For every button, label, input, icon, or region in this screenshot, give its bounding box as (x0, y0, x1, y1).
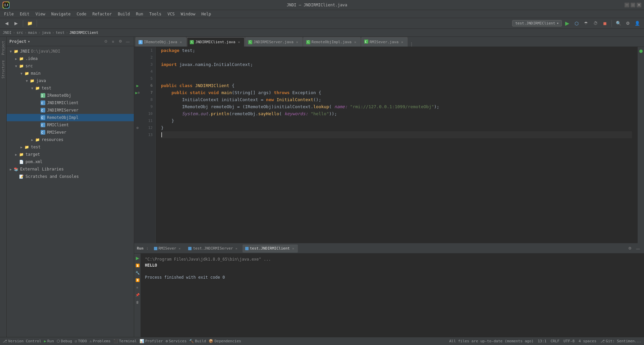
menu-view[interactable]: View (33, 11, 48, 17)
menu-edit[interactable]: Edit (17, 11, 32, 17)
recent-files-button[interactable]: 📁 (26, 19, 34, 27)
run-lines-btn[interactable]: ≡ (135, 284, 141, 290)
tree-item-target[interactable]: ▶ 📁 target (7, 151, 134, 158)
tree-item-remoteobjimpl[interactable]: ▶ C RemoteObjImpl (7, 114, 134, 121)
vcs-status-item[interactable]: ⎇ Version Control (3, 339, 41, 343)
menu-help[interactable]: Help (199, 11, 214, 17)
breadcrumb-java[interactable]: java (42, 30, 51, 35)
run-tab-jndirmiclient[interactable]: test.JNDIRMIClient ✕ (243, 245, 298, 253)
maximize-button[interactable]: □ (631, 3, 635, 7)
gutter-line-7[interactable]: ▶⊙ (134, 89, 141, 96)
menu-code[interactable]: Code (74, 11, 89, 17)
debug-button[interactable]: ⬡ (573, 19, 581, 27)
tree-item-src[interactable]: ▼ 📁 src (7, 62, 134, 70)
run-tab-close-jndirmiserver[interactable]: ✕ (234, 247, 238, 251)
menu-tools[interactable]: Tools (147, 11, 164, 17)
tree-item-jndirmiserver[interactable]: ▶ C JNDIRMIServer (7, 107, 134, 114)
run-wrench-btn[interactable]: 🔧 (135, 270, 141, 276)
profiler-status-item[interactable]: 📊 Profiler (140, 339, 163, 343)
position-status-item[interactable]: 13:1 (538, 339, 547, 343)
panel-scroll-to-btn[interactable]: ⊙ (102, 38, 109, 45)
breadcrumb-test[interactable]: test (56, 30, 65, 35)
panel-settings-btn[interactable]: ⚙ (117, 38, 124, 45)
run-config-selector[interactable]: test.JNDIRMIClient ▾ (512, 20, 562, 26)
run-tab-close-jndirmiclient[interactable]: ✕ (291, 247, 295, 251)
run-arrow-6[interactable]: ▶ (136, 83, 139, 88)
encoding-status-item[interactable]: UTF-8 (564, 339, 575, 343)
line-sep-status-item[interactable]: CRLF (550, 339, 559, 343)
tree-item-iremoteobj[interactable]: ▶ I IRemoteObj (7, 92, 134, 99)
run-stop-btn[interactable]: ⏫ (135, 262, 141, 268)
panel-hide-btn[interactable]: — (124, 38, 131, 45)
menu-vcs[interactable]: VCS (165, 11, 177, 17)
tree-item-main[interactable]: ▼ 📁 main (7, 70, 134, 77)
tab-remoteobjimpl[interactable]: C RemoteObjImpl.java ✕ (303, 37, 361, 47)
tree-item-test-folder[interactable]: ▼ 📁 test (7, 84, 134, 92)
problems-status-item[interactable]: ⚠ Problems (90, 339, 111, 343)
panel-collapse-btn[interactable]: ≡ (110, 38, 116, 45)
bottom-settings-btn[interactable]: ⚙ (627, 245, 633, 252)
menu-build[interactable]: Build (115, 11, 132, 17)
tree-item-pomxml[interactable]: ▶ 📄 pom.xml (7, 158, 134, 165)
dependencies-status-item[interactable]: 📦 Dependencies (209, 339, 241, 343)
menu-navigate[interactable]: Navigate (49, 11, 73, 17)
minimize-button[interactable]: ─ (625, 3, 629, 7)
run-tab-rmisever[interactable]: RMISever ✕ (151, 245, 184, 253)
tree-item-jndi[interactable]: ▼ 📁 JNDI D:\java\JNDI (7, 48, 134, 55)
tree-item-java[interactable]: ▼ 📁 java (7, 77, 134, 84)
menu-refactor[interactable]: Refactor (90, 11, 114, 17)
tab-jndirmiserver[interactable]: C JNDIRMIServer.java ✕ (245, 37, 303, 47)
menu-run[interactable]: Run (133, 11, 146, 17)
close-button[interactable]: ✕ (637, 3, 641, 7)
tab-iremoteobj[interactable]: I IRemoteObj.java ✕ (136, 37, 186, 47)
search-button[interactable]: 🔍 (614, 19, 623, 27)
tab-close-jndirmiclient[interactable]: ✕ (237, 40, 241, 45)
tab-close-remoteobjimpl[interactable]: ✕ (353, 40, 358, 45)
todo-status-item[interactable]: ☑ TODO (75, 339, 87, 343)
tab-close-iremoteobj[interactable]: ✕ (178, 40, 183, 45)
user-button[interactable]: 👤 (633, 19, 641, 27)
run-status-item[interactable]: ▶ Run (44, 339, 54, 343)
run-play-btn[interactable]: ▶ (135, 255, 141, 261)
breadcrumb-main[interactable]: main (28, 30, 37, 35)
structure-sidebar-label[interactable]: Structure (1, 58, 6, 81)
tab-close-jndirmiserver[interactable]: ✕ (295, 40, 300, 45)
indent-status-item[interactable]: 4 spaces (579, 339, 596, 343)
settings-button[interactable]: ⚙ (624, 19, 632, 27)
menu-window[interactable]: Window (178, 11, 198, 17)
run-arrow-7[interactable]: ▶ (135, 90, 138, 95)
debug-status-item[interactable]: ⬡ Debug (57, 339, 72, 343)
tab-close-rmisever[interactable]: ✕ (400, 40, 405, 45)
code-content[interactable]: package test; import javax.naming.Initia… (156, 47, 637, 243)
bottom-hide-btn[interactable]: — (635, 245, 641, 252)
git-status-item[interactable]: ⎇ Git: Sentimen... (600, 339, 641, 343)
tree-item-rmiclient[interactable]: ▶ C RMIClient (7, 121, 134, 129)
run-trash-btn[interactable]: 🗑 (135, 299, 141, 305)
run-pin-btn[interactable]: 📌 (135, 292, 141, 298)
tree-item-ext-lib[interactable]: ▶ 📚 External Libraries (7, 165, 134, 173)
tree-item-jndirmiclient[interactable]: ▶ C JNDIRMIClient (7, 99, 134, 107)
run-tab-jndirmiserver[interactable]: test.JNDIRMIServer ✕ (185, 245, 241, 253)
breadcrumb-src[interactable]: src (16, 30, 23, 35)
tree-item-rmisever[interactable]: ▶ C RMISever (7, 129, 134, 136)
tab-rmisever[interactable]: C RMISever.java ✕ (361, 37, 408, 47)
tab-jndirmiclient[interactable]: C JNDIRMIClient.java ✕ (187, 37, 244, 47)
tree-item-scratches[interactable]: ▶ 📝 Scratches and Consoles (7, 173, 134, 180)
forward-button[interactable]: ▶ (12, 19, 20, 27)
run-scroll-end-btn[interactable]: ⏬ (135, 277, 141, 283)
gutter-line-6[interactable]: ▶ (134, 82, 141, 89)
profile-button[interactable]: ⏱ (591, 19, 599, 27)
menu-file[interactable]: File (1, 11, 16, 17)
tree-item-test-root[interactable]: ▶ 📁 test (7, 143, 134, 151)
tree-item-resources[interactable]: ▶ 📁 resources (7, 136, 134, 143)
run-button[interactable]: ▶ (563, 19, 571, 27)
services-status-item[interactable]: ⚙ Services (166, 339, 187, 343)
tree-item-idea[interactable]: ▶ 📁 .idea (7, 55, 134, 62)
project-sidebar-label[interactable]: Project (1, 38, 6, 58)
more-tabs-button[interactable]: ⋮ (410, 42, 414, 47)
stop-button[interactable]: ◼ (601, 19, 609, 27)
build-status-item[interactable]: 🔨 Build (189, 339, 206, 343)
coverage-button[interactable]: ☂ (582, 19, 590, 27)
breadcrumb-jndi[interactable]: JNDI (3, 30, 12, 35)
run-tab-close-rmisever[interactable]: ✕ (177, 247, 181, 251)
